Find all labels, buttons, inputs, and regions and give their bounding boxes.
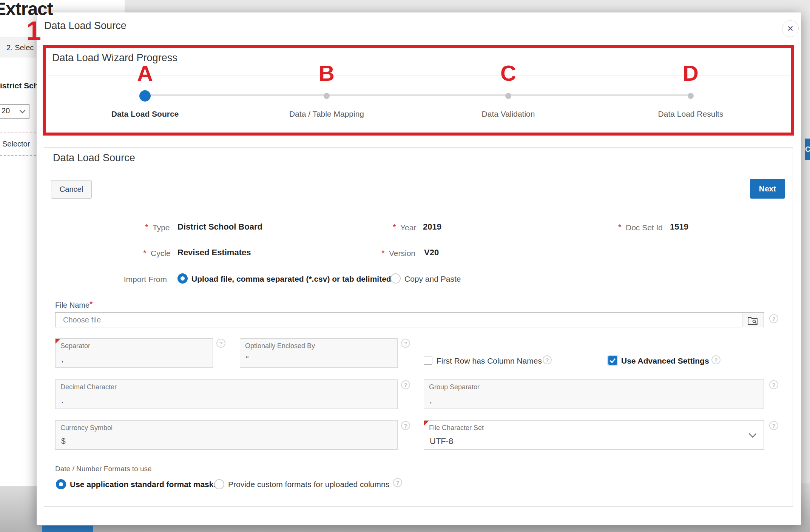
file-name-placeholder: Choose file [63, 316, 101, 324]
version-label: Version [389, 249, 415, 258]
help-icon[interactable]: ? [401, 380, 410, 389]
divider [44, 172, 793, 172]
upload-file-radio[interactable] [177, 273, 188, 284]
optionally-enclosed-by-label: Optionally Enclosed By [245, 342, 315, 350]
separator-value: , [61, 355, 63, 364]
background-tab[interactable]: 2. Selec [0, 37, 37, 57]
divider [47, 75, 790, 76]
folder-search-icon [747, 315, 758, 325]
wizard-step-dot[interactable] [688, 93, 694, 99]
wizard-step-label: Data / Table Mapping [259, 109, 395, 119]
screen: 2. Selec istrict Sch 20 Selector C Extra… [0, 0, 810, 532]
help-icon[interactable]: ? [393, 478, 402, 487]
required-asterisk: * [143, 248, 147, 258]
decimal-character-label: Decimal Character [60, 383, 117, 391]
first-row-checkbox-label[interactable]: First Row has Column Names [437, 356, 542, 365]
required-asterisk: * [145, 222, 148, 232]
browse-file-button[interactable] [742, 313, 763, 327]
changed-indicator-icon [56, 339, 60, 344]
help-icon[interactable]: ? [401, 339, 410, 348]
advanced-settings-checkbox[interactable] [608, 356, 617, 365]
file-character-set-select[interactable]: File Character Set UTF-8 [424, 420, 764, 450]
year-label: Year [400, 223, 416, 232]
file-character-set-label: File Character Set [429, 424, 484, 432]
chevron-down-icon [20, 108, 26, 114]
background-blue-bar [42, 526, 93, 532]
group-separator-label: Group Separator [429, 383, 480, 391]
help-icon[interactable]: ? [769, 421, 778, 430]
chevron-down-icon [749, 430, 756, 438]
file-character-set-value: UTF-8 [430, 436, 453, 446]
next-button[interactable]: Next [750, 179, 785, 199]
wizard-step-dot[interactable] [324, 93, 330, 99]
help-icon[interactable]: ? [769, 314, 778, 323]
formats-label: Date / Number Formats to use [55, 465, 152, 473]
version-value: V20 [424, 248, 439, 258]
copy-paste-radio[interactable] [390, 273, 401, 284]
section-heading: Data Load Source [53, 152, 135, 164]
selector-label: Selector [2, 140, 30, 148]
wizard-step-label: Data Load Results [623, 109, 759, 119]
dashed-divider [0, 133, 36, 133]
background-dropdown-value: 20 [2, 106, 10, 115]
background-dropdown[interactable]: 20 [0, 104, 29, 119]
changed-indicator-icon [424, 421, 429, 426]
decimal-character-field[interactable]: Decimal Character . [55, 379, 398, 409]
help-icon[interactable]: ? [401, 421, 410, 430]
optionally-enclosed-by-field[interactable]: Optionally Enclosed By " [240, 338, 398, 368]
standard-format-radio[interactable] [56, 479, 66, 489]
cycle-value: Revised Estimates [177, 248, 251, 258]
help-icon[interactable]: ? [543, 355, 552, 364]
optionally-enclosed-by-value: " [246, 355, 248, 364]
page-title: Extract [0, 0, 53, 19]
dashed-divider [0, 155, 36, 156]
group-separator-value: , [430, 396, 432, 405]
advanced-settings-checkbox-label[interactable]: Use Advanced Settings [621, 356, 709, 365]
wizard-step-label: Data Load Source [77, 109, 213, 119]
import-from-label: Import From [91, 275, 167, 284]
cancel-button[interactable]: Cancel [51, 180, 92, 199]
background-partial-label: istrict Sch [0, 81, 37, 90]
doc-set-id-label: Doc Set Id [626, 223, 663, 232]
required-asterisk: * [381, 248, 385, 258]
required-asterisk: * [618, 222, 622, 232]
wizard-progress-track [145, 94, 691, 96]
type-label: Type [153, 223, 170, 232]
currency-symbol-field[interactable]: Currency Symbol $ [55, 420, 398, 450]
custom-format-radio[interactable] [214, 479, 224, 489]
help-icon[interactable]: ? [216, 339, 225, 348]
separator-label: Separator [60, 342, 90, 350]
help-icon[interactable]: ? [769, 380, 778, 389]
doc-set-id-value: 1519 [670, 222, 688, 232]
file-name-input[interactable]: Choose file [55, 312, 764, 327]
required-asterisk: * [393, 222, 396, 232]
cycle-label: Cycle [151, 249, 171, 258]
required-asterisk: * [89, 299, 93, 309]
wizard-step-dot[interactable] [505, 93, 511, 99]
check-icon [608, 356, 617, 365]
currency-symbol-label: Currency Symbol [60, 424, 113, 432]
year-value: 2019 [423, 222, 441, 232]
wizard-step-dot-active[interactable] [139, 90, 151, 102]
copy-paste-radio-label[interactable]: Copy and Paste [404, 274, 461, 284]
upload-file-radio-label[interactable]: Upload file, comma separated (*.csv) or … [191, 274, 391, 284]
wizard-progress-heading: Data Load Wizard Progress [52, 52, 177, 64]
decimal-character-value: . [61, 396, 63, 405]
wizard-step-label: Data Validation [440, 109, 576, 119]
dialog-title: Data Load Source [44, 20, 127, 32]
close-button[interactable]: ✕ [782, 20, 799, 37]
type-value: District School Board [177, 222, 262, 232]
standard-format-radio-label[interactable]: Use application standard format masks [70, 480, 218, 489]
first-row-checkbox[interactable] [424, 356, 432, 365]
currency-symbol-value: $ [61, 436, 66, 446]
background-edge-button[interactable]: C [805, 139, 810, 160]
close-icon: ✕ [787, 24, 794, 33]
file-name-label: File Name [55, 301, 89, 310]
help-icon[interactable]: ? [711, 355, 721, 364]
custom-format-radio-label[interactable]: Provide custom formats for uploaded colu… [228, 480, 389, 489]
separator-field[interactable]: Separator , [55, 338, 213, 368]
group-separator-field[interactable]: Group Separator , [424, 379, 764, 409]
